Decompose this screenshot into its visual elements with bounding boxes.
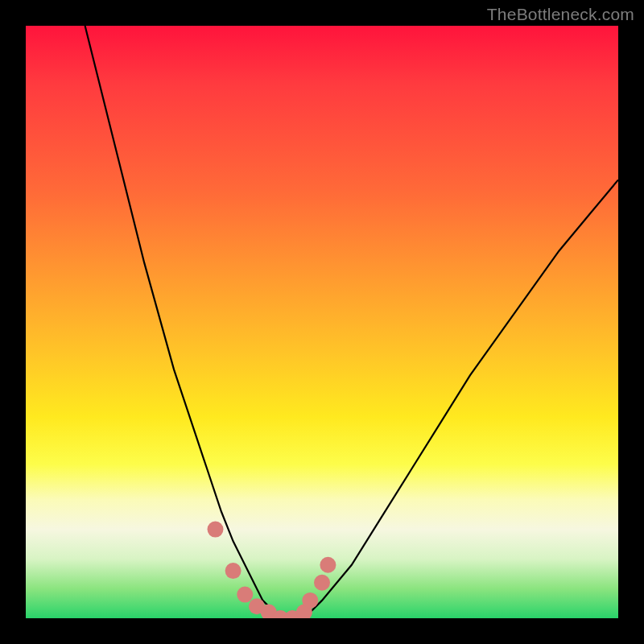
marker-dot	[314, 575, 330, 591]
watermark-text: TheBottleneck.com	[487, 5, 634, 24]
marker-dot	[208, 522, 224, 538]
bottleneck-curve-svg	[26, 26, 618, 618]
curve-path	[85, 26, 618, 618]
marker-dot	[320, 557, 336, 573]
marker-dot	[302, 592, 318, 609]
marker-group	[208, 522, 336, 618]
chart-frame: TheBottleneck.com	[0, 0, 644, 644]
marker-dot	[237, 587, 253, 603]
plot-area	[26, 26, 618, 618]
marker-dot	[225, 563, 242, 579]
